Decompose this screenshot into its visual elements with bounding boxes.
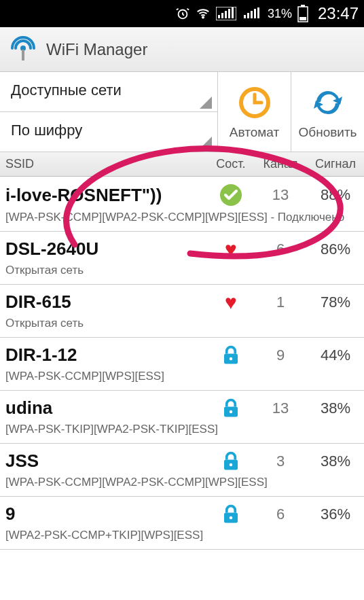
heart-icon: ♥	[225, 292, 237, 313]
svg-rect-5	[225, 11, 227, 18]
network-status: ♥	[208, 292, 254, 313]
svg-point-21	[230, 357, 233, 360]
network-security: [WPA-PSK-CCMP][WPA2-PSK-CCMP][WPS][ESS]	[5, 476, 364, 489]
network-ssid: i-love-ROSNEFT"))	[5, 185, 208, 206]
network-channel: 13	[254, 400, 307, 417]
network-ssid: DIR-615	[5, 292, 208, 313]
network-channel: 9	[254, 347, 307, 364]
network-channel: 6	[254, 241, 307, 258]
app-header: WiFi Manager	[0, 27, 364, 72]
signal-sim2-icon	[242, 7, 262, 20]
network-status	[208, 504, 254, 525]
network-channel: 1	[254, 294, 307, 311]
app-icon	[8, 33, 38, 66]
network-status	[208, 398, 254, 419]
refresh-icon	[311, 86, 345, 122]
lock-icon	[221, 398, 241, 419]
alarm-icon	[175, 6, 190, 21]
network-row[interactable]: JSS338%[WPA-PSK-CCMP][WPA2-PSK-CCMP][WPS…	[0, 444, 364, 497]
network-row[interactable]: DSL-2640U♥686%Открытая сеть	[0, 232, 364, 285]
network-security: Открытая сеть	[5, 264, 364, 277]
battery-icon	[297, 5, 308, 22]
network-security: [WPA-PSK-CCMP][WPS][ESS]	[5, 370, 364, 383]
lock-icon	[221, 345, 241, 366]
svg-rect-17	[22, 50, 24, 60]
svg-rect-4	[221, 13, 223, 18]
network-row[interactable]: DIR-1-12944%[WPA-PSK-CCMP][WPS][ESS]	[0, 338, 364, 391]
col-state: Сост.	[208, 157, 254, 171]
dropdown-triangle-icon	[200, 96, 212, 109]
svg-rect-7	[232, 7, 234, 18]
svg-rect-9	[247, 13, 249, 18]
connected-check-icon	[219, 183, 242, 207]
wifi-icon	[196, 6, 211, 21]
network-signal: 78%	[307, 294, 364, 311]
battery-percent: 31%	[268, 7, 292, 21]
network-signal: 36%	[307, 506, 364, 523]
refresh-label: Обновить	[298, 125, 357, 140]
network-status: ♥	[208, 239, 254, 260]
svg-point-23	[230, 410, 233, 413]
network-status	[208, 451, 254, 472]
dropdown-triangle-icon	[200, 137, 212, 149]
dropdown-filter[interactable]: По шифру	[0, 112, 217, 152]
network-status	[208, 183, 254, 207]
svg-rect-10	[251, 11, 253, 18]
network-channel: 13	[254, 186, 307, 204]
network-ssid: DIR-1-12	[5, 345, 208, 366]
dropdown-networks[interactable]: Доступные сети	[0, 72, 217, 112]
svg-rect-8	[244, 15, 246, 18]
dropdown-filter-label: По шифру	[11, 122, 82, 139]
network-signal: 38%	[307, 400, 364, 417]
network-ssid: 9	[5, 504, 208, 525]
svg-rect-3	[218, 15, 220, 18]
signal-sim1-icon	[216, 7, 236, 20]
network-ssid: udina	[5, 398, 208, 419]
col-ssid: SSID	[0, 157, 208, 171]
network-signal: 86%	[307, 241, 364, 258]
network-status	[208, 345, 254, 366]
svg-rect-12	[257, 7, 259, 18]
network-security: [WPA2-PSK-CCMP+TKIP][WPS][ESS]	[5, 529, 364, 542]
svg-point-27	[230, 516, 233, 519]
network-security: Открытая сеть	[5, 317, 364, 330]
network-signal: 44%	[307, 347, 364, 364]
status-bar: 31% 23:47	[0, 0, 364, 27]
refresh-button[interactable]: Обновить	[291, 72, 364, 152]
svg-point-25	[230, 463, 233, 466]
auto-label: Автомат	[230, 125, 279, 140]
auto-button[interactable]: Автомат	[217, 72, 291, 152]
network-security: [WPA-PSK-TKIP][WPA2-PSK-TKIP][ESS]	[5, 423, 364, 436]
lock-icon	[221, 504, 241, 525]
network-signal: 88%	[307, 186, 364, 204]
toolbar: Доступные сети По шифру Автомат Обновить	[0, 72, 364, 152]
col-signal: Сигнал	[307, 157, 364, 171]
svg-point-1	[202, 16, 204, 18]
network-signal: 38%	[307, 453, 364, 470]
clock-text: 23:47	[318, 4, 359, 23]
lock-icon	[221, 451, 241, 472]
svg-rect-6	[228, 9, 230, 18]
network-channel: 6	[254, 506, 307, 523]
app-title: WiFi Manager	[46, 40, 147, 59]
table-header: SSID Сост. Канал Сигнал	[0, 152, 364, 177]
network-security: [WPA-PSK-CCMP][WPA2-PSK-CCMP][WPS][ESS] …	[5, 211, 364, 224]
network-list[interactable]: i-love-ROSNEFT"))1388%[WPA-PSK-CCMP][WPA…	[0, 177, 364, 550]
network-row[interactable]: DIR-615♥178%Открытая сеть	[0, 285, 364, 338]
network-channel: 3	[254, 453, 307, 470]
network-ssid: DSL-2640U	[5, 239, 208, 260]
network-row[interactable]: i-love-ROSNEFT"))1388%[WPA-PSK-CCMP][WPA…	[0, 177, 364, 232]
network-row[interactable]: udina1338%[WPA-PSK-TKIP][WPA2-PSK-TKIP][…	[0, 391, 364, 444]
svg-rect-11	[254, 9, 256, 18]
heart-icon: ♥	[225, 239, 237, 260]
dropdown-networks-label: Доступные сети	[11, 82, 122, 99]
auto-clock-icon	[238, 86, 272, 122]
network-row[interactable]: 9636%[WPA2-PSK-CCMP+TKIP][WPS][ESS]	[0, 497, 364, 550]
col-channel: Канал	[254, 157, 307, 171]
svg-rect-15	[299, 17, 306, 20]
network-ssid: JSS	[5, 451, 208, 472]
